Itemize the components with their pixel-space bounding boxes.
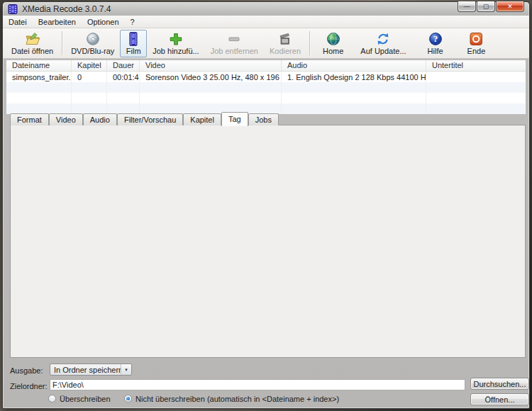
empty-row: [6, 82, 526, 93]
no-overwrite-label: Nicht überschreiben (automatisch in <Dat…: [135, 395, 339, 403]
tab-tag[interactable]: Tag: [221, 112, 248, 126]
file-list-header: Dateiname Kapitel Dauer Video Audio Unte…: [6, 60, 526, 72]
file-dauer: 00:01:46: [107, 72, 140, 82]
toolbar: Datei öffnen DVD/Blu-ray: [3, 28, 529, 59]
exit-label: Ende: [467, 47, 486, 55]
file-untertitel: [426, 72, 526, 82]
encode-button: Kodieren: [264, 30, 306, 57]
open-output-button[interactable]: Öffnen...: [470, 393, 529, 405]
tab-video[interactable]: Video: [49, 113, 83, 125]
maximize-button[interactable]: ▢: [477, 1, 495, 12]
menubar: Datei Bearbeiten Optionen ?: [3, 16, 529, 28]
remove-job-button: Job entfernen: [205, 30, 264, 57]
add-job-label: Job hinzufü...: [153, 47, 199, 55]
dvd-bluray-button[interactable]: DVD/Blu-ray: [65, 30, 120, 57]
menu-datei[interactable]: Datei: [3, 16, 33, 28]
exit-button[interactable]: Ende: [462, 30, 492, 57]
encode-label: Kodieren: [270, 47, 301, 55]
app-icon: [8, 4, 18, 14]
plus-icon: [168, 32, 184, 46]
dvd-bluray-label: DVD/Blu-ray: [71, 47, 114, 55]
add-job-button[interactable]: Job hinzufü...: [147, 30, 204, 57]
open-file-label: Datei öffnen: [11, 47, 53, 55]
minus-icon: [226, 32, 242, 46]
globe-icon: [326, 32, 341, 46]
disc-icon: [85, 32, 101, 46]
file-row[interactable]: simpsons_trailer.mov 0 00:01:46 Sorenson…: [6, 72, 526, 82]
filmstrip-icon: [126, 32, 141, 46]
column-video[interactable]: Video: [140, 60, 282, 71]
power-icon: [468, 32, 484, 46]
file-audio: 1. English Qdesign 2 128 Kbps 44100 Hz 2…: [282, 72, 426, 82]
home-button[interactable]: Home: [317, 30, 349, 57]
help-icon: ?: [428, 32, 443, 46]
file-kapitel: 0: [72, 72, 107, 82]
film-button[interactable]: Film: [120, 30, 147, 57]
tab-filter-vorschau[interactable]: Filter/Vorschau: [117, 113, 183, 125]
minimize-button[interactable]: —: [458, 1, 476, 12]
open-file-button[interactable]: Datei öffnen: [6, 30, 59, 57]
toolbar-separator: [309, 31, 310, 55]
tab-kapitel[interactable]: Kapitel: [183, 113, 221, 125]
browse-button[interactable]: Durchsuchen...: [470, 378, 529, 390]
help-label: Hilfe: [428, 47, 443, 55]
tab-audio[interactable]: Audio: [83, 113, 117, 125]
toolbar-separator: [62, 31, 62, 55]
overwrite-label: Überschreiben: [60, 395, 111, 403]
close-button[interactable]: ✕: [496, 1, 524, 12]
column-kapitel[interactable]: Kapitel: [72, 60, 107, 71]
no-overwrite-radio[interactable]: [124, 395, 132, 402]
home-label: Home: [323, 47, 343, 55]
folder-open-icon: [25, 32, 40, 46]
file-list: Dateiname Kapitel Dauer Video Audio Unte…: [6, 60, 526, 108]
chevron-down-icon: ▼: [121, 364, 131, 375]
update-button[interactable]: Auf Update...: [355, 30, 411, 57]
remove-job-label: Job entfernen: [211, 47, 258, 55]
refresh-icon: [375, 32, 391, 46]
tag-tab-panel: [10, 125, 526, 358]
window-title: XMedia Recode 3.0.7.4: [22, 4, 111, 14]
ausgabe-label: Ausgabe:: [10, 366, 43, 375]
zielordner-field[interactable]: [50, 379, 465, 390]
overwrite-radio[interactable]: [48, 395, 56, 402]
ausgabe-value: In Ordner speichern: [54, 366, 123, 374]
help-button[interactable]: ? Hilfe: [422, 30, 449, 57]
file-video: Sorenson Video 3 25.00 Hz, 480 x 196 (2.…: [140, 72, 282, 82]
column-dateiname[interactable]: Dateiname: [6, 60, 72, 71]
column-audio[interactable]: Audio: [282, 60, 426, 71]
menu-hilfe[interactable]: ?: [125, 16, 140, 28]
file-dateiname: simpsons_trailer.mov: [6, 72, 72, 82]
menu-bearbeiten[interactable]: Bearbeiten: [33, 16, 82, 28]
tab-format[interactable]: Format: [10, 113, 49, 125]
tab-bar: Format Video Audio Filter/Vorschau Kapit…: [10, 112, 279, 125]
svg-text:?: ?: [433, 34, 437, 44]
ausgabe-dropdown[interactable]: In Ordner speichern ▼: [50, 364, 132, 376]
column-dauer[interactable]: Dauer: [107, 60, 140, 71]
tab-jobs[interactable]: Jobs: [248, 113, 279, 125]
empty-row: [6, 93, 526, 103]
titlebar: XMedia Recode 3.0.7.4 — ▢ ✕: [2, 1, 530, 16]
film-label: Film: [126, 47, 141, 55]
clapperboard-icon: [277, 32, 293, 46]
update-label: Auf Update...: [360, 47, 406, 55]
column-untertitel[interactable]: Untertitel: [426, 60, 526, 71]
menu-optionen[interactable]: Optionen: [82, 16, 125, 28]
zielordner-label: Zielordner:: [10, 382, 48, 390]
